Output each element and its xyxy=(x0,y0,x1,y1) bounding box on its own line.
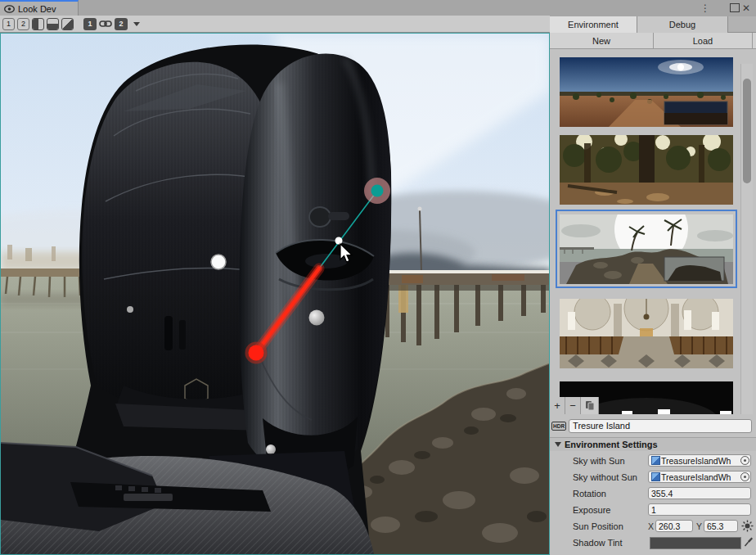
lookdev-toolbar: 1 2 1 2 xyxy=(0,16,550,33)
duplicate-environment-button[interactable] xyxy=(581,397,599,414)
maximize-icon[interactable] xyxy=(730,3,740,12)
sun-x-input[interactable]: 260.3 xyxy=(655,520,693,532)
shadow-tint-row: Shadow Tint xyxy=(550,535,756,552)
sky-without-sun-value: TreasureIslandWh xyxy=(661,472,740,482)
cubemap-asset-icon xyxy=(651,456,660,465)
hdr-badge: HDR xyxy=(551,422,566,431)
env-list-toolbar: + − xyxy=(550,396,599,414)
sky-with-sun-label: Sky with Sun xyxy=(573,456,625,466)
split-vertical-button[interactable] xyxy=(32,18,44,30)
foldout-arrow-icon xyxy=(555,442,561,447)
rotation-row: Rotation 355.4 xyxy=(550,486,756,503)
window-title: Look Dev xyxy=(18,4,56,14)
environment-panel: Environment Debug New Load xyxy=(550,16,756,555)
environment-name-row: HDR Tresure Island xyxy=(550,416,756,435)
thumbnail-treasure-island-hdri[interactable] xyxy=(560,214,733,284)
panel-tabs: Environment Debug xyxy=(550,16,756,33)
environment-settings-header[interactable]: Environment Settings xyxy=(550,437,756,451)
add-environment-button[interactable]: + xyxy=(550,397,565,414)
split-horizontal-button[interactable] xyxy=(47,18,59,30)
view-1-button[interactable]: 1 xyxy=(2,18,15,30)
thumbnail-forest-hdri[interactable] xyxy=(560,135,733,205)
camera-options-dropdown-icon[interactable] xyxy=(133,22,140,26)
title-strip: Look Dev ⋮ ✕ xyxy=(0,0,756,16)
env-actions: New Load xyxy=(550,33,756,49)
object-picker-icon[interactable] xyxy=(740,472,749,481)
sky-with-sun-row: Sky with Sun TreasureIslandWh xyxy=(550,453,756,470)
remove-environment-button[interactable]: − xyxy=(565,397,581,414)
load-button[interactable]: Load xyxy=(654,33,753,48)
camera-1-button[interactable]: 1 xyxy=(83,18,97,30)
thumbnail-outback-sunny-hdri[interactable] xyxy=(560,57,733,127)
close-icon[interactable]: ✕ xyxy=(742,0,754,16)
new-button[interactable]: New xyxy=(550,33,654,48)
sky-without-sun-label: Sky without Sun xyxy=(573,472,637,482)
shadow-tint-swatch[interactable] xyxy=(650,537,741,549)
exposure-row: Exposure 1 xyxy=(550,503,756,519)
tab-debug[interactable]: Debug xyxy=(637,16,728,33)
link-cameras-icon[interactable] xyxy=(99,19,112,29)
env-list-scrollbar[interactable] xyxy=(740,64,753,414)
environment-name-input[interactable]: Tresure Island xyxy=(569,419,752,433)
lookdev-viewport[interactable] xyxy=(0,33,550,555)
sun-position-label: Sun Position xyxy=(573,521,623,531)
split-diagonal-button[interactable] xyxy=(61,18,74,30)
view-2-button[interactable]: 2 xyxy=(17,18,29,30)
sky-with-sun-object-field[interactable]: TreasureIslandWh xyxy=(648,454,751,467)
exposure-label: Exposure xyxy=(573,505,610,515)
sun-y-input[interactable]: 65.3 xyxy=(704,520,738,532)
lookdev-tab[interactable]: Look Dev xyxy=(0,0,79,16)
shadow-tint-label: Shadow Tint xyxy=(573,538,623,548)
sky-without-sun-object-field[interactable]: TreasureIslandWh xyxy=(648,471,751,483)
sun-icon[interactable] xyxy=(741,520,754,532)
object-picker-icon[interactable] xyxy=(740,456,749,465)
eyedropper-icon[interactable] xyxy=(743,536,754,548)
window-menu-icon[interactable]: ⋮ xyxy=(700,0,712,16)
cubemap-asset-icon xyxy=(651,472,660,481)
tab-environment[interactable]: Environment xyxy=(550,16,637,33)
copy-icon xyxy=(585,400,595,411)
settings-header-label: Environment Settings xyxy=(565,440,658,449)
lookdev-window: Look Dev ⋮ ✕ 1 2 1 2 xyxy=(0,0,756,555)
sun-position-row: Sun Position X 260.3 Y 65.3 xyxy=(550,519,756,535)
rotation-label: Rotation xyxy=(573,489,606,499)
camera-2-button[interactable]: 2 xyxy=(115,18,128,30)
exposure-input[interactable]: 1 xyxy=(648,503,751,516)
sky-without-sun-row: Sky without Sun TreasureIslandWh xyxy=(550,470,756,486)
render-scene xyxy=(1,34,549,554)
thumbnail-church-interior-hdri[interactable] xyxy=(560,299,733,368)
environment-list xyxy=(550,49,756,414)
eye-icon xyxy=(4,5,15,13)
sky-with-sun-value: TreasureIslandWh xyxy=(661,456,740,466)
sun-y-label: Y xyxy=(696,521,702,531)
rotation-input[interactable]: 355.4 xyxy=(648,487,751,499)
sun-x-label: X xyxy=(648,521,654,531)
scrollbar-thumb[interactable] xyxy=(743,79,751,183)
